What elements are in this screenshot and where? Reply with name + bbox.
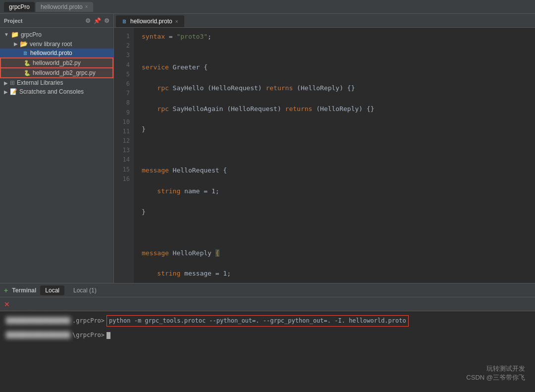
close-icon[interactable]: × bbox=[175, 19, 178, 24]
terminal-line-1: ██████████████████ .grpcPro> python -m g… bbox=[6, 315, 529, 327]
titlebar-tab-label: grpcPro bbox=[9, 3, 30, 10]
add-terminal-button[interactable]: + bbox=[4, 286, 8, 294]
chevron-down-icon: ▼ bbox=[4, 32, 9, 37]
py-file-icon: 🐍 bbox=[24, 70, 31, 76]
terminal-area: + Terminal Local Local (1) ✕ ███████████… bbox=[0, 283, 535, 392]
tree-item-scratches[interactable]: ▶ 📝 Scratches and Consoles bbox=[0, 87, 113, 96]
terminal-content[interactable]: ██████████████████ .grpcPro> python -m g… bbox=[0, 311, 535, 392]
terminal-title: Terminal bbox=[12, 287, 36, 294]
watermark-line2: CSDN @三爷带你飞 bbox=[466, 373, 525, 382]
terminal-line-2: ██████████████████ \grpcPro> bbox=[6, 331, 529, 340]
sidebar-header: Project ⚙ 📌 ⚙ bbox=[0, 14, 113, 28]
tree-item-label: helloworld.proto bbox=[30, 50, 72, 56]
title-bar: grpcPro helloworld.proto × bbox=[0, 0, 535, 14]
editor-tab-helloworld[interactable]: 🗎 helloworld.proto × bbox=[116, 15, 184, 27]
chevron-right-icon: ▶ bbox=[4, 89, 8, 95]
terminal-prompt-2: \grpcPro> bbox=[72, 331, 105, 340]
proto-file-icon: 🗎 bbox=[122, 18, 127, 24]
chevron-right-icon: ▶ bbox=[14, 41, 18, 47]
tree-item-grpcpro[interactable]: ▼ 📁 grpcPro bbox=[0, 30, 113, 39]
tree-item-label: helloworld_pb2_grpc.py bbox=[33, 69, 96, 76]
sidebar-title: Project bbox=[4, 18, 22, 24]
tree-item-external-libraries[interactable]: ▶ ⊞ External Libraries bbox=[0, 78, 113, 87]
titlebar-tab-label: helloworld.proto bbox=[41, 3, 83, 10]
watermark: 玩转测试开发 CSDN @三爷带你飞 bbox=[466, 364, 525, 382]
main-area: Project ⚙ 📌 ⚙ ▼ 📁 grpcPro ▶ 📂 venv libra… bbox=[0, 14, 535, 283]
cursor-block bbox=[107, 332, 110, 339]
code-editor: 12345 678910 1112131415 16 syntax = "pro… bbox=[114, 28, 535, 283]
close-terminal-button[interactable]: ✕ bbox=[4, 300, 10, 308]
scratch-icon: 📝 bbox=[10, 88, 17, 95]
tree-item-helloworld-pb2[interactable]: 🐍 helloworld_pb2.py bbox=[0, 57, 113, 68]
editor-tabs: 🗎 helloworld.proto × bbox=[114, 14, 535, 28]
file-tree: ▼ 📁 grpcPro ▶ 📂 venv library root 🗎 hell… bbox=[0, 28, 113, 283]
folder-icon: 📁 bbox=[11, 31, 19, 38]
tree-item-label: helloworld_pb2.py bbox=[33, 59, 81, 66]
titlebar-tab-helloworld[interactable]: helloworld.proto × bbox=[36, 2, 93, 12]
editor-tab-label: helloworld.proto bbox=[130, 18, 172, 25]
sidebar-header-icons: ⚙ 📌 ⚙ bbox=[85, 17, 109, 24]
line-numbers: 12345 678910 1112131415 16 bbox=[114, 28, 134, 283]
tree-item-label: External Libraries bbox=[17, 79, 63, 86]
tree-item-label: grpcPro bbox=[21, 31, 42, 38]
terminal-tab-local[interactable]: Local bbox=[40, 285, 64, 295]
terminal-prompt-blurred-2: ██████████████████ bbox=[6, 331, 70, 340]
terminal-tab-local1[interactable]: Local (1) bbox=[68, 285, 102, 295]
proto-file-icon: 🗎 bbox=[23, 50, 28, 56]
watermark-line1: 玩转测试开发 bbox=[466, 364, 525, 373]
pin-icon[interactable]: 📌 bbox=[94, 17, 101, 24]
chevron-right-icon: ▶ bbox=[4, 80, 8, 86]
editor-area: 🗎 helloworld.proto × 12345 678910 111213… bbox=[114, 14, 535, 283]
terminal-command: python -m grpc_tools.protoc --python_out… bbox=[107, 315, 409, 327]
titlebar-tab-grpcpro[interactable]: grpcPro bbox=[4, 2, 35, 12]
terminal-prompt: .grpcPro> bbox=[72, 316, 105, 326]
tree-item-venv[interactable]: ▶ 📂 venv library root bbox=[0, 39, 113, 49]
library-icon: ⊞ bbox=[10, 79, 15, 86]
terminal-prompt-blurred: ██████████████████ bbox=[6, 316, 70, 326]
terminal-header: + Terminal Local Local (1) bbox=[0, 283, 535, 297]
py-file-icon: 🐍 bbox=[24, 60, 31, 66]
tree-item-helloworld-pb2-grpc[interactable]: 🐍 helloworld_pb2_grpc.py bbox=[0, 67, 113, 78]
settings-icon[interactable]: ⚙ bbox=[104, 17, 109, 24]
close-icon[interactable]: × bbox=[85, 4, 88, 9]
tree-item-label: Scratches and Consoles bbox=[19, 88, 84, 95]
tree-item-helloworld-proto[interactable]: 🗎 helloworld.proto bbox=[0, 49, 113, 57]
tree-item-label: venv library root bbox=[30, 41, 72, 48]
folder-icon: 📂 bbox=[20, 40, 28, 48]
gear-icon[interactable]: ⚙ bbox=[85, 17, 91, 24]
sidebar: Project ⚙ 📌 ⚙ ▼ 📁 grpcPro ▶ 📂 venv libra… bbox=[0, 14, 114, 283]
code-content[interactable]: syntax = "proto3"; service Greeter { rpc… bbox=[134, 28, 535, 283]
